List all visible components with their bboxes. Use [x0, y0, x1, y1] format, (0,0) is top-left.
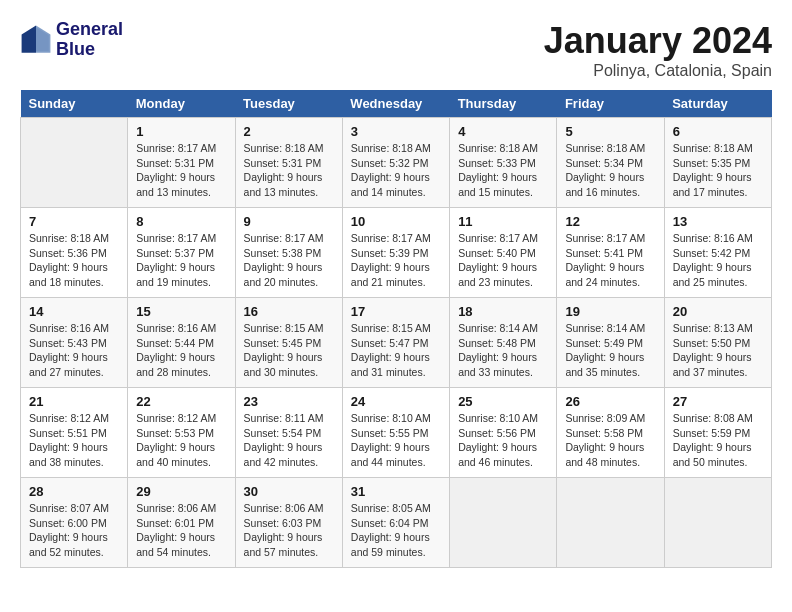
calendar-cell: [450, 478, 557, 568]
logo: General Blue: [20, 20, 123, 60]
day-number: 22: [136, 394, 226, 409]
month-title: January 2024: [544, 20, 772, 62]
weekday-header: Friday: [557, 90, 664, 118]
day-info: Sunrise: 8:16 AMSunset: 5:43 PMDaylight:…: [29, 321, 119, 380]
day-number: 7: [29, 214, 119, 229]
day-info: Sunrise: 8:18 AMSunset: 5:33 PMDaylight:…: [458, 141, 548, 200]
day-number: 16: [244, 304, 334, 319]
calendar-cell: [557, 478, 664, 568]
calendar-cell: 26Sunrise: 8:09 AMSunset: 5:58 PMDayligh…: [557, 388, 664, 478]
weekday-header: Saturday: [664, 90, 771, 118]
calendar-cell: 13Sunrise: 8:16 AMSunset: 5:42 PMDayligh…: [664, 208, 771, 298]
weekday-header-row: SundayMondayTuesdayWednesdayThursdayFrid…: [21, 90, 772, 118]
calendar-cell: [664, 478, 771, 568]
day-info: Sunrise: 8:13 AMSunset: 5:50 PMDaylight:…: [673, 321, 763, 380]
weekday-header: Wednesday: [342, 90, 449, 118]
calendar-cell: 17Sunrise: 8:15 AMSunset: 5:47 PMDayligh…: [342, 298, 449, 388]
day-number: 25: [458, 394, 548, 409]
calendar-cell: 11Sunrise: 8:17 AMSunset: 5:40 PMDayligh…: [450, 208, 557, 298]
day-info: Sunrise: 8:15 AMSunset: 5:47 PMDaylight:…: [351, 321, 441, 380]
day-info: Sunrise: 8:10 AMSunset: 5:55 PMDaylight:…: [351, 411, 441, 470]
day-number: 11: [458, 214, 548, 229]
calendar-cell: 14Sunrise: 8:16 AMSunset: 5:43 PMDayligh…: [21, 298, 128, 388]
day-info: Sunrise: 8:15 AMSunset: 5:45 PMDaylight:…: [244, 321, 334, 380]
day-number: 4: [458, 124, 548, 139]
calendar-week-row: 21Sunrise: 8:12 AMSunset: 5:51 PMDayligh…: [21, 388, 772, 478]
calendar-cell: 7Sunrise: 8:18 AMSunset: 5:36 PMDaylight…: [21, 208, 128, 298]
day-info: Sunrise: 8:10 AMSunset: 5:56 PMDaylight:…: [458, 411, 548, 470]
day-number: 2: [244, 124, 334, 139]
day-info: Sunrise: 8:17 AMSunset: 5:37 PMDaylight:…: [136, 231, 226, 290]
day-info: Sunrise: 8:17 AMSunset: 5:38 PMDaylight:…: [244, 231, 334, 290]
calendar-cell: 16Sunrise: 8:15 AMSunset: 5:45 PMDayligh…: [235, 298, 342, 388]
day-info: Sunrise: 8:17 AMSunset: 5:31 PMDaylight:…: [136, 141, 226, 200]
day-number: 24: [351, 394, 441, 409]
calendar-cell: 15Sunrise: 8:16 AMSunset: 5:44 PMDayligh…: [128, 298, 235, 388]
calendar-week-row: 14Sunrise: 8:16 AMSunset: 5:43 PMDayligh…: [21, 298, 772, 388]
calendar-week-row: 1Sunrise: 8:17 AMSunset: 5:31 PMDaylight…: [21, 118, 772, 208]
weekday-header: Tuesday: [235, 90, 342, 118]
day-info: Sunrise: 8:09 AMSunset: 5:58 PMDaylight:…: [565, 411, 655, 470]
day-info: Sunrise: 8:16 AMSunset: 5:44 PMDaylight:…: [136, 321, 226, 380]
day-info: Sunrise: 8:17 AMSunset: 5:41 PMDaylight:…: [565, 231, 655, 290]
day-number: 19: [565, 304, 655, 319]
day-info: Sunrise: 8:11 AMSunset: 5:54 PMDaylight:…: [244, 411, 334, 470]
day-info: Sunrise: 8:08 AMSunset: 5:59 PMDaylight:…: [673, 411, 763, 470]
day-number: 13: [673, 214, 763, 229]
day-info: Sunrise: 8:14 AMSunset: 5:49 PMDaylight:…: [565, 321, 655, 380]
calendar-cell: 27Sunrise: 8:08 AMSunset: 5:59 PMDayligh…: [664, 388, 771, 478]
day-number: 15: [136, 304, 226, 319]
calendar-cell: 12Sunrise: 8:17 AMSunset: 5:41 PMDayligh…: [557, 208, 664, 298]
calendar-cell: 23Sunrise: 8:11 AMSunset: 5:54 PMDayligh…: [235, 388, 342, 478]
day-number: 14: [29, 304, 119, 319]
day-info: Sunrise: 8:17 AMSunset: 5:40 PMDaylight:…: [458, 231, 548, 290]
calendar-cell: 1Sunrise: 8:17 AMSunset: 5:31 PMDaylight…: [128, 118, 235, 208]
day-info: Sunrise: 8:05 AMSunset: 6:04 PMDaylight:…: [351, 501, 441, 560]
day-number: 26: [565, 394, 655, 409]
day-number: 5: [565, 124, 655, 139]
day-number: 20: [673, 304, 763, 319]
calendar-cell: 21Sunrise: 8:12 AMSunset: 5:51 PMDayligh…: [21, 388, 128, 478]
weekday-header: Thursday: [450, 90, 557, 118]
day-number: 29: [136, 484, 226, 499]
day-number: 27: [673, 394, 763, 409]
calendar-cell: 4Sunrise: 8:18 AMSunset: 5:33 PMDaylight…: [450, 118, 557, 208]
page-header: General Blue January 2024 Polinya, Catal…: [20, 20, 772, 80]
calendar-cell: 9Sunrise: 8:17 AMSunset: 5:38 PMDaylight…: [235, 208, 342, 298]
day-info: Sunrise: 8:14 AMSunset: 5:48 PMDaylight:…: [458, 321, 548, 380]
calendar-cell: 30Sunrise: 8:06 AMSunset: 6:03 PMDayligh…: [235, 478, 342, 568]
calendar-cell: 5Sunrise: 8:18 AMSunset: 5:34 PMDaylight…: [557, 118, 664, 208]
day-info: Sunrise: 8:06 AMSunset: 6:01 PMDaylight:…: [136, 501, 226, 560]
svg-marker-1: [36, 25, 50, 52]
svg-marker-2: [22, 25, 36, 52]
location-subtitle: Polinya, Catalonia, Spain: [544, 62, 772, 80]
logo-icon: [20, 24, 52, 56]
calendar-cell: [21, 118, 128, 208]
day-number: 31: [351, 484, 441, 499]
calendar-cell: 22Sunrise: 8:12 AMSunset: 5:53 PMDayligh…: [128, 388, 235, 478]
day-number: 17: [351, 304, 441, 319]
day-number: 23: [244, 394, 334, 409]
calendar-cell: 8Sunrise: 8:17 AMSunset: 5:37 PMDaylight…: [128, 208, 235, 298]
calendar-week-row: 7Sunrise: 8:18 AMSunset: 5:36 PMDaylight…: [21, 208, 772, 298]
day-info: Sunrise: 8:18 AMSunset: 5:32 PMDaylight:…: [351, 141, 441, 200]
day-info: Sunrise: 8:16 AMSunset: 5:42 PMDaylight:…: [673, 231, 763, 290]
day-info: Sunrise: 8:18 AMSunset: 5:31 PMDaylight:…: [244, 141, 334, 200]
calendar-week-row: 28Sunrise: 8:07 AMSunset: 6:00 PMDayligh…: [21, 478, 772, 568]
weekday-header: Sunday: [21, 90, 128, 118]
day-info: Sunrise: 8:07 AMSunset: 6:00 PMDaylight:…: [29, 501, 119, 560]
day-info: Sunrise: 8:18 AMSunset: 5:36 PMDaylight:…: [29, 231, 119, 290]
calendar-cell: 25Sunrise: 8:10 AMSunset: 5:56 PMDayligh…: [450, 388, 557, 478]
title-area: January 2024 Polinya, Catalonia, Spain: [544, 20, 772, 80]
day-number: 12: [565, 214, 655, 229]
day-number: 1: [136, 124, 226, 139]
calendar-table: SundayMondayTuesdayWednesdayThursdayFrid…: [20, 90, 772, 568]
day-info: Sunrise: 8:06 AMSunset: 6:03 PMDaylight:…: [244, 501, 334, 560]
weekday-header: Monday: [128, 90, 235, 118]
day-number: 8: [136, 214, 226, 229]
calendar-cell: 2Sunrise: 8:18 AMSunset: 5:31 PMDaylight…: [235, 118, 342, 208]
calendar-cell: 18Sunrise: 8:14 AMSunset: 5:48 PMDayligh…: [450, 298, 557, 388]
day-number: 28: [29, 484, 119, 499]
day-number: 10: [351, 214, 441, 229]
logo-text: General Blue: [56, 20, 123, 60]
